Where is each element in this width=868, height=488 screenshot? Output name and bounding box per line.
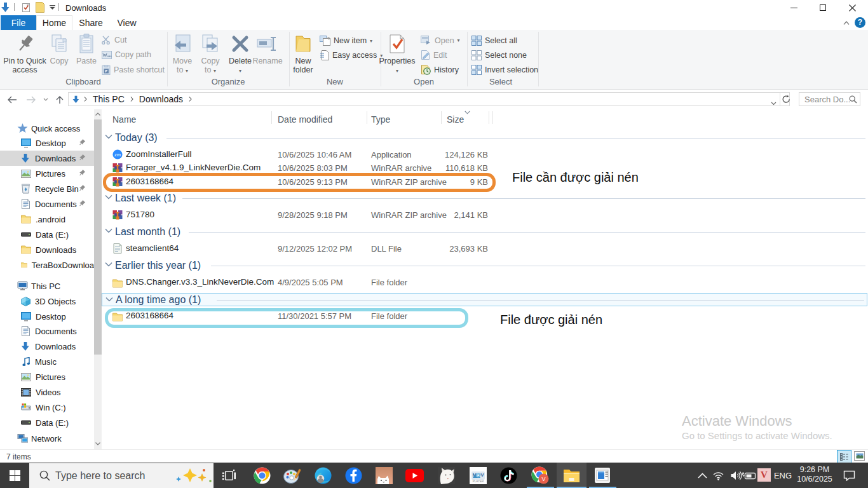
svg-text:PLAYER: PLAYER bbox=[472, 479, 484, 482]
svg-text:zm: zm bbox=[114, 152, 121, 158]
svg-text:V: V bbox=[541, 476, 545, 482]
